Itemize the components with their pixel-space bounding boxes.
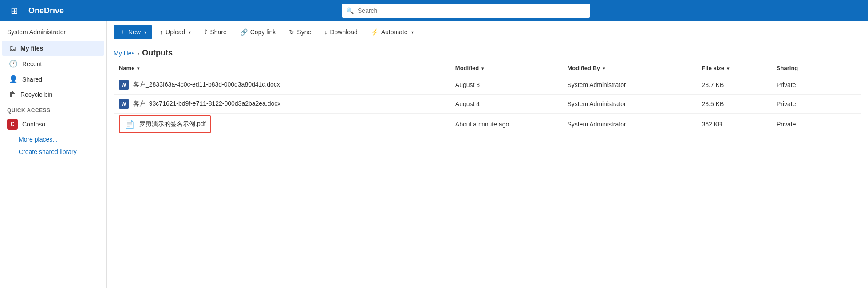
contoso-label: Contoso (22, 121, 45, 128)
file-name: 客户_93c71621-bd9f-e711-8122-000d3a2ba2ea.… (133, 100, 280, 108)
toolbar: ＋ New ▾ ↑ Upload ▾ ⤴ Share 🔗 Copy link ↻… (107, 21, 868, 43)
sidebar-item-recent[interactable]: 🕐 Recent (2, 56, 104, 71)
new-button-label: New (128, 28, 141, 36)
breadcrumb-parent-link[interactable]: My files (114, 50, 134, 57)
file-size: 23.7 KB (697, 75, 771, 95)
file-sharing: Private (771, 75, 861, 95)
copy-link-label: Copy link (250, 28, 276, 36)
pdf-file-icon: 📄 (124, 119, 135, 130)
sidebar: System Administrator 🗂 My files 🕐 Recent… (0, 21, 107, 288)
new-button[interactable]: ＋ New ▾ (114, 25, 152, 39)
shared-icon: 👤 (9, 75, 18, 83)
file-modified: August 4 (450, 95, 562, 114)
sidebar-user: System Administrator (0, 25, 106, 41)
topbar: ⊞ OneDrive 🔍 (0, 0, 868, 21)
sidebar-label-my-files: My files (20, 45, 43, 52)
sidebar-label-shared: Shared (22, 76, 42, 83)
file-modified-by: System Administrator (562, 95, 696, 114)
file-modified-by: System Administrator (562, 75, 696, 95)
share-icon: ⤴ (204, 28, 207, 36)
automate-button[interactable]: ⚡ Automate ▾ (365, 25, 419, 39)
upload-icon: ↑ (160, 28, 163, 36)
file-table: Name ▾ Modified ▾ Modified By ▾ File siz… (114, 61, 861, 135)
download-button[interactable]: ↓ Download (318, 25, 363, 39)
download-label: Download (330, 28, 357, 36)
upload-chevron-icon: ▾ (189, 30, 191, 35)
contoso-avatar: C (7, 119, 18, 130)
recent-icon: 🕐 (9, 59, 18, 68)
col-header-name[interactable]: Name ▾ (114, 61, 450, 75)
recycle-icon: 🗑 (9, 91, 16, 99)
link-icon: 🔗 (240, 28, 248, 36)
col-header-modified[interactable]: Modified ▾ (450, 61, 562, 75)
waffle-icon[interactable]: ⊞ (7, 4, 21, 18)
share-button[interactable]: ⤴ Share (198, 25, 232, 39)
file-size: 23.5 KB (697, 95, 771, 114)
automate-chevron-icon: ▾ (411, 30, 414, 35)
automate-icon: ⚡ (371, 28, 379, 36)
file-modified-by: System Administrator (562, 114, 696, 135)
file-sharing: Private (771, 95, 861, 114)
main-layout: System Administrator 🗂 My files 🕐 Recent… (0, 21, 868, 288)
upload-label: Upload (166, 28, 185, 36)
sidebar-item-recycle-bin[interactable]: 🗑 Recycle bin (2, 87, 104, 102)
file-modified: August 3 (450, 75, 562, 95)
search-input[interactable] (342, 4, 590, 18)
download-icon: ↓ (324, 28, 327, 36)
word-file-icon: W (119, 80, 129, 90)
breadcrumb-current: Outputs (142, 48, 173, 58)
upload-button[interactable]: ↑ Upload ▾ (154, 25, 197, 39)
file-list: Name ▾ Modified ▾ Modified By ▾ File siz… (107, 61, 868, 288)
col-header-modified-by[interactable]: Modified By ▾ (562, 61, 696, 75)
file-name: 罗勇演示的签名示例.pdf (139, 120, 205, 128)
table-header-row: Name ▾ Modified ▾ Modified By ▾ File siz… (114, 61, 861, 75)
plus-icon: ＋ (119, 28, 126, 36)
file-name-cell[interactable]: W 客户_93c71621-bd9f-e711-8122-000d3a2ba2e… (114, 95, 450, 114)
share-label: Share (210, 28, 226, 36)
sync-label: Sync (297, 28, 311, 36)
breadcrumb: My files › Outputs (107, 43, 868, 61)
more-places-link[interactable]: More places... (0, 133, 106, 146)
automate-label: Automate (381, 28, 408, 36)
sync-button[interactable]: ↻ Sync (283, 25, 316, 39)
table-row[interactable]: W 客户_2833f63a-4c0c-ed11-b83d-000d3a80d41… (114, 75, 861, 95)
table-row[interactable]: 📄 罗勇演示的签名示例.pdf About a minute ago Syste… (114, 114, 861, 135)
quick-access-label: Quick access (0, 102, 106, 115)
sync-icon: ↻ (289, 28, 294, 36)
file-sharing: Private (771, 114, 861, 135)
search-icon: 🔍 (346, 7, 354, 14)
breadcrumb-separator: › (137, 50, 139, 57)
sidebar-label-recycle: Recycle bin (20, 91, 52, 98)
copy-link-button[interactable]: 🔗 Copy link (234, 25, 282, 39)
file-modified: About a minute ago (450, 114, 562, 135)
table-row[interactable]: W 客户_93c71621-bd9f-e711-8122-000d3a2ba2e… (114, 95, 861, 114)
col-header-file-size[interactable]: File size ▾ (697, 61, 771, 75)
new-chevron-icon: ▾ (144, 30, 146, 35)
sidebar-label-recent: Recent (22, 60, 42, 67)
my-files-icon: 🗂 (9, 44, 16, 52)
file-name-cell[interactable]: 📄 罗勇演示的签名示例.pdf (114, 114, 450, 135)
file-size: 362 KB (697, 114, 771, 135)
content-area: ＋ New ▾ ↑ Upload ▾ ⤴ Share 🔗 Copy link ↻… (107, 21, 868, 288)
create-shared-library-link[interactable]: Create shared library (0, 146, 106, 158)
word-file-icon: W (119, 99, 129, 109)
col-header-sharing: Sharing (771, 61, 861, 75)
file-name: 客户_2833f63a-4c0c-ed11-b83d-000d3a80d41c.… (133, 81, 280, 89)
sidebar-item-shared[interactable]: 👤 Shared (2, 71, 104, 87)
file-name-cell[interactable]: W 客户_2833f63a-4c0c-ed11-b83d-000d3a80d41… (114, 75, 450, 95)
search-container: 🔍 (342, 4, 590, 18)
app-logo: OneDrive (28, 6, 64, 16)
sidebar-item-contoso[interactable]: C Contoso (0, 115, 106, 133)
sidebar-item-my-files[interactable]: 🗂 My files (2, 41, 104, 56)
